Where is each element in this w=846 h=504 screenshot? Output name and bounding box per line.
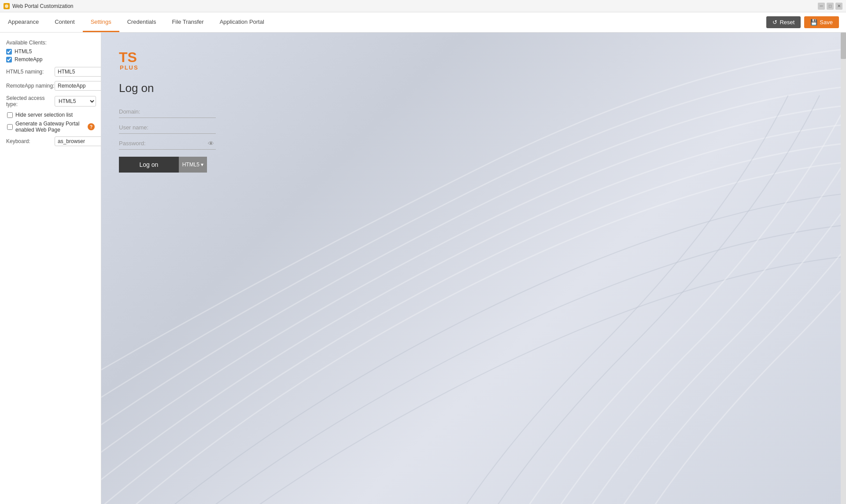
logon-button[interactable]: Log on	[119, 157, 179, 173]
remoteapp-checkbox[interactable]	[6, 57, 12, 63]
html5-naming-label: HTML5 naming:	[6, 69, 55, 75]
maximize-button[interactable]: □	[827, 3, 834, 10]
access-type-row: Selected access type: HTML5 RemoteApp	[6, 95, 95, 107]
html5-checkbox-label[interactable]: HTML5	[15, 48, 32, 55]
nav-bar: Appearance Content Settings Credentials …	[0, 12, 846, 33]
tab-content[interactable]: Content	[47, 12, 83, 32]
tab-application-portal[interactable]: Application Portal	[212, 12, 272, 32]
scroll-thumb[interactable]	[841, 33, 846, 59]
username-input[interactable]	[119, 121, 216, 134]
password-input[interactable]	[119, 137, 216, 150]
settings-panel: Available Clients: HTML5 RemoteApp HTML5…	[0, 33, 101, 504]
close-button[interactable]: ✕	[835, 3, 842, 10]
reset-button[interactable]: ↺ Reset	[766, 16, 801, 28]
html5-naming-input[interactable]	[55, 67, 101, 77]
logo-ts-text: TS	[119, 50, 216, 64]
client-type-label: HTML5	[182, 162, 199, 168]
gateway-label[interactable]: Generate a Gateway Portal enabled Web Pa…	[15, 121, 85, 133]
available-clients-label: Available Clients:	[6, 40, 95, 46]
save-button[interactable]: 💾 Save	[804, 16, 839, 28]
keyboard-label: Keyboard:	[6, 138, 55, 144]
remoteapp-naming-label: RemoteApp naming:	[6, 83, 55, 89]
preview-area: .wave { fill: none; stroke: rgba(255,255…	[101, 33, 846, 504]
remoteapp-naming-input[interactable]	[55, 81, 101, 91]
reset-icon: ↺	[772, 19, 777, 26]
keyboard-input[interactable]	[55, 136, 101, 146]
domain-field	[119, 106, 216, 118]
remoteapp-checkbox-label[interactable]: RemoteApp	[15, 56, 42, 63]
tab-appearance[interactable]: Appearance	[0, 12, 47, 32]
domain-input[interactable]	[119, 106, 216, 118]
window-controls: ─ □ ✕	[818, 3, 842, 10]
save-icon: 💾	[810, 19, 817, 26]
tab-settings[interactable]: Settings	[83, 12, 119, 32]
title-bar-left: Web Portal Customization	[4, 3, 74, 9]
client-type-dropdown[interactable]: HTML5 ▾	[179, 157, 207, 173]
tab-file-transfer[interactable]: File Transfer	[164, 12, 211, 32]
minimize-button[interactable]: ─	[818, 3, 825, 10]
gateway-checkbox[interactable]	[7, 124, 13, 130]
hide-server-row: Hide server selection list	[6, 112, 95, 118]
title-bar: Web Portal Customization ─ □ ✕	[0, 0, 846, 12]
hide-server-checkbox[interactable]	[7, 112, 13, 118]
access-type-label: Selected access type:	[6, 95, 55, 107]
title-bar-title: Web Portal Customization	[12, 3, 74, 9]
logon-btn-group: Log on HTML5 ▾	[119, 157, 207, 173]
password-eye-icon[interactable]: 👁	[208, 140, 214, 147]
dropdown-arrow-icon: ▾	[201, 162, 203, 168]
ts-logo: TS PLUS	[119, 50, 216, 71]
logo-plus: PLUS	[120, 64, 139, 71]
username-field	[119, 121, 216, 134]
hide-server-label[interactable]: Hide server selection list	[15, 112, 73, 118]
login-preview: TS PLUS Log on 👁 Log on HTML5	[119, 50, 216, 173]
scroll-track[interactable]	[841, 33, 846, 504]
html5-checkbox[interactable]	[6, 49, 12, 55]
nav-tabs: Appearance Content Settings Credentials …	[0, 12, 272, 32]
password-field: 👁	[119, 137, 216, 150]
remoteapp-naming-row: RemoteApp naming:	[6, 81, 95, 91]
keyboard-row: Keyboard: ?	[6, 136, 95, 146]
access-type-select[interactable]: HTML5 RemoteApp	[55, 96, 96, 107]
content-area: Available Clients: HTML5 RemoteApp HTML5…	[0, 33, 846, 504]
remoteapp-checkbox-row: RemoteApp	[6, 56, 95, 63]
logon-title: Log on	[119, 81, 216, 95]
html5-naming-row: HTML5 naming:	[6, 67, 95, 77]
html5-checkbox-row: HTML5	[6, 48, 95, 55]
tab-credentials[interactable]: Credentials	[119, 12, 164, 32]
app-icon	[4, 3, 10, 9]
gateway-row: Generate a Gateway Portal enabled Web Pa…	[6, 121, 95, 133]
gateway-help-icon[interactable]: ?	[88, 123, 95, 130]
logo-ts: TS	[119, 49, 137, 65]
reset-label: Reset	[780, 19, 794, 26]
save-label: Save	[820, 19, 833, 26]
available-clients-section: Available Clients: HTML5 RemoteApp	[6, 40, 95, 63]
nav-actions: ↺ Reset 💾 Save	[766, 12, 846, 32]
svg-point-0	[5, 4, 8, 8]
